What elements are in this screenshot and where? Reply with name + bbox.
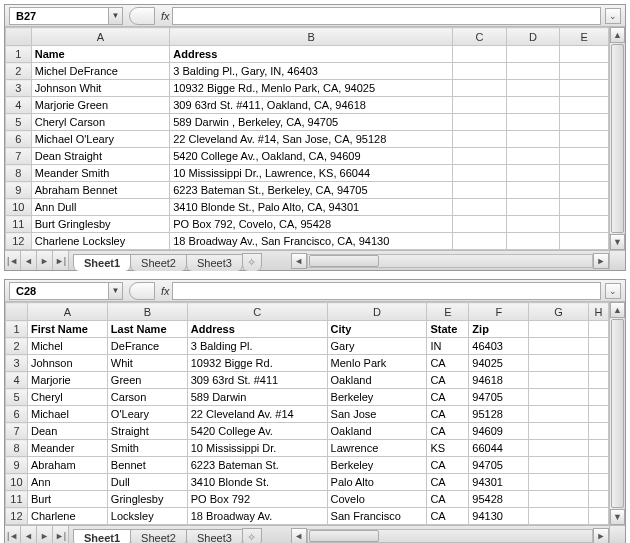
scroll-up-button[interactable]: ▲: [610, 302, 625, 318]
cell[interactable]: San Jose: [327, 406, 427, 423]
cell[interactable]: [506, 148, 560, 165]
cell[interactable]: 10932 Bigge Rd.: [187, 355, 327, 372]
cell[interactable]: [506, 233, 560, 250]
cell[interactable]: 3 Balding Pl., Gary, IN, 46403: [170, 63, 453, 80]
tab-prev-button[interactable]: ◄: [21, 526, 37, 543]
cell[interactable]: [453, 63, 507, 80]
column-header[interactable]: C: [187, 303, 327, 321]
sheet-tab[interactable]: Sheet2: [130, 529, 187, 543]
cell[interactable]: [560, 148, 609, 165]
scroll-track[interactable]: [307, 254, 593, 268]
row-header[interactable]: 10: [6, 474, 28, 491]
sheet-tab[interactable]: Sheet3: [186, 254, 243, 271]
cell[interactable]: Johnson: [27, 355, 107, 372]
resize-grip[interactable]: [609, 251, 625, 270]
horizontal-scrollbar[interactable]: ◄ ►: [291, 251, 609, 270]
cell[interactable]: 6223 Bateman St., Berkeley, CA, 94705: [170, 182, 453, 199]
row-header[interactable]: 12: [6, 508, 28, 525]
new-sheet-button[interactable]: ✧: [242, 253, 262, 271]
scroll-left-button[interactable]: ◄: [291, 528, 307, 544]
cell[interactable]: [453, 114, 507, 131]
cell[interactable]: [506, 165, 560, 182]
row-header[interactable]: 4: [6, 372, 28, 389]
cell[interactable]: KS: [427, 440, 469, 457]
name-box-dropdown[interactable]: ▼: [109, 282, 123, 300]
cell[interactable]: [506, 131, 560, 148]
cell[interactable]: [588, 338, 608, 355]
tab-first-button[interactable]: |◄: [5, 526, 21, 543]
cell[interactable]: Abraham Bennet: [31, 182, 170, 199]
spreadsheet-grid[interactable]: ABCDE1NameAddress2Michel DeFrance3 Baldi…: [5, 27, 609, 250]
tab-last-button[interactable]: ►|: [53, 251, 69, 270]
cell[interactable]: Dull: [107, 474, 187, 491]
cell[interactable]: [453, 233, 507, 250]
cell[interactable]: Dean Straight: [31, 148, 170, 165]
cell[interactable]: [588, 321, 608, 338]
cell[interactable]: [529, 508, 589, 525]
scroll-thumb[interactable]: [309, 255, 379, 267]
cell[interactable]: CA: [427, 389, 469, 406]
resize-grip[interactable]: [609, 526, 625, 543]
cell[interactable]: [453, 46, 507, 63]
cell[interactable]: Gringlesby: [107, 491, 187, 508]
cell[interactable]: CA: [427, 474, 469, 491]
row-header[interactable]: 6: [6, 406, 28, 423]
cell[interactable]: 94618: [469, 372, 529, 389]
column-header[interactable]: G: [529, 303, 589, 321]
cell[interactable]: [588, 440, 608, 457]
cell[interactable]: CA: [427, 423, 469, 440]
cell[interactable]: Straight: [107, 423, 187, 440]
cell[interactable]: Michael: [27, 406, 107, 423]
cell[interactable]: First Name: [27, 321, 107, 338]
name-box-dropdown[interactable]: ▼: [109, 7, 123, 25]
cell[interactable]: 3410 Blonde St.: [187, 474, 327, 491]
cell[interactable]: [453, 148, 507, 165]
cell[interactable]: [453, 165, 507, 182]
cell[interactable]: 18 Broadway Av.: [187, 508, 327, 525]
cell[interactable]: Abraham: [27, 457, 107, 474]
cell[interactable]: [560, 165, 609, 182]
cell[interactable]: [588, 508, 608, 525]
cell[interactable]: Menlo Park: [327, 355, 427, 372]
cell[interactable]: Palo Alto: [327, 474, 427, 491]
cell[interactable]: Zip: [469, 321, 529, 338]
column-header[interactable]: A: [31, 28, 170, 46]
cell[interactable]: Burt: [27, 491, 107, 508]
tab-prev-button[interactable]: ◄: [21, 251, 37, 270]
scroll-thumb[interactable]: [611, 319, 624, 508]
cell[interactable]: [506, 182, 560, 199]
cell[interactable]: [560, 97, 609, 114]
cell[interactable]: 309 63rd St. #411: [187, 372, 327, 389]
cell[interactable]: 3410 Blonde St., Palo Alto, CA, 94301: [170, 199, 453, 216]
cell[interactable]: 22 Cleveland Av. #14, San Jose, CA, 9512…: [170, 131, 453, 148]
cell[interactable]: Berkeley: [327, 389, 427, 406]
sheet-tab[interactable]: Sheet1: [73, 529, 131, 543]
cell[interactable]: [506, 216, 560, 233]
row-header[interactable]: 2: [6, 63, 32, 80]
row-header[interactable]: 10: [6, 199, 32, 216]
row-header[interactable]: 8: [6, 440, 28, 457]
cell[interactable]: [588, 474, 608, 491]
cell[interactable]: CA: [427, 457, 469, 474]
cell[interactable]: O'Leary: [107, 406, 187, 423]
cell[interactable]: Ann Dull: [31, 199, 170, 216]
cell[interactable]: PO Box 792, Covelo, CA, 95428: [170, 216, 453, 233]
sheet-tab[interactable]: Sheet1: [73, 254, 131, 271]
vertical-scrollbar[interactable]: ▲ ▼: [609, 302, 625, 525]
cell[interactable]: Marjorie Green: [31, 97, 170, 114]
row-header[interactable]: 6: [6, 131, 32, 148]
row-header[interactable]: 11: [6, 216, 32, 233]
cell[interactable]: Burt Gringlesby: [31, 216, 170, 233]
scroll-right-button[interactable]: ►: [593, 528, 609, 544]
scroll-track[interactable]: [307, 529, 593, 543]
cell[interactable]: San Francisco: [327, 508, 427, 525]
cell[interactable]: [506, 199, 560, 216]
cell[interactable]: 589 Darwin: [187, 389, 327, 406]
cell[interactable]: Marjorie: [27, 372, 107, 389]
row-header[interactable]: 11: [6, 491, 28, 508]
row-header[interactable]: 5: [6, 114, 32, 131]
cell[interactable]: Berkeley: [327, 457, 427, 474]
cell[interactable]: Cheryl: [27, 389, 107, 406]
cell[interactable]: [560, 199, 609, 216]
cell[interactable]: Carson: [107, 389, 187, 406]
